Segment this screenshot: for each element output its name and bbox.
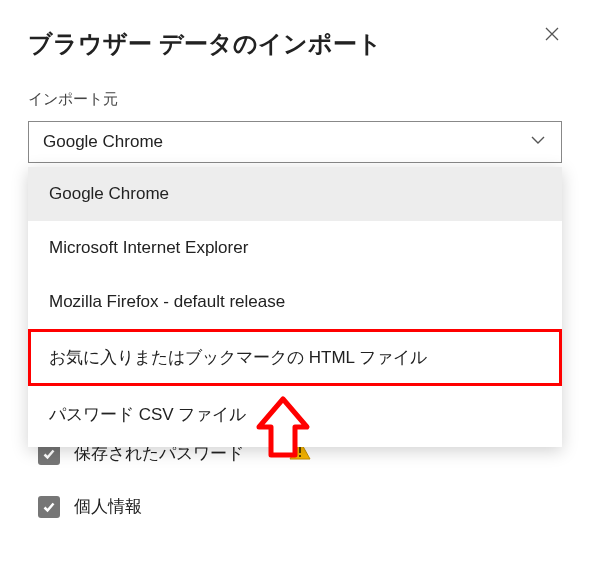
checkbox-row-personal-info: 個人情報 (38, 495, 562, 518)
checkbox-section: 保存されたパスワード 個人情報 (28, 442, 562, 518)
source-dropdown: Google Chrome Microsoft Internet Explore… (28, 167, 562, 447)
source-selected-value: Google Chrome (43, 132, 163, 152)
chevron-down-icon (529, 131, 547, 153)
svg-rect-1 (299, 455, 301, 457)
source-option[interactable]: Google Chrome (28, 167, 562, 221)
source-option[interactable]: パスワード CSV ファイル (28, 386, 562, 443)
svg-rect-0 (299, 447, 301, 453)
import-dialog: ブラウザー データのインポート インポート元 Google Chrome Goo… (0, 0, 590, 518)
source-label: インポート元 (28, 90, 562, 109)
option-label: Mozilla Firefox - default release (49, 292, 285, 311)
source-option[interactable]: Mozilla Firefox - default release (28, 275, 562, 329)
option-label: Microsoft Internet Explorer (49, 238, 248, 257)
checkbox-label: 個人情報 (74, 495, 142, 518)
checkbox-personal-info[interactable] (38, 496, 60, 518)
source-combobox[interactable]: Google Chrome (28, 121, 562, 163)
check-icon (42, 500, 56, 514)
close-button[interactable] (540, 22, 564, 46)
option-label: パスワード CSV ファイル (49, 405, 246, 424)
check-icon (42, 447, 56, 461)
source-option-highlighted[interactable]: お気に入りまたはブックマークの HTML ファイル (28, 329, 562, 386)
source-option[interactable]: Microsoft Internet Explorer (28, 221, 562, 275)
close-icon (544, 26, 560, 42)
option-label: お気に入りまたはブックマークの HTML ファイル (49, 348, 427, 367)
option-label: Google Chrome (49, 184, 169, 203)
dialog-title: ブラウザー データのインポート (28, 28, 562, 60)
